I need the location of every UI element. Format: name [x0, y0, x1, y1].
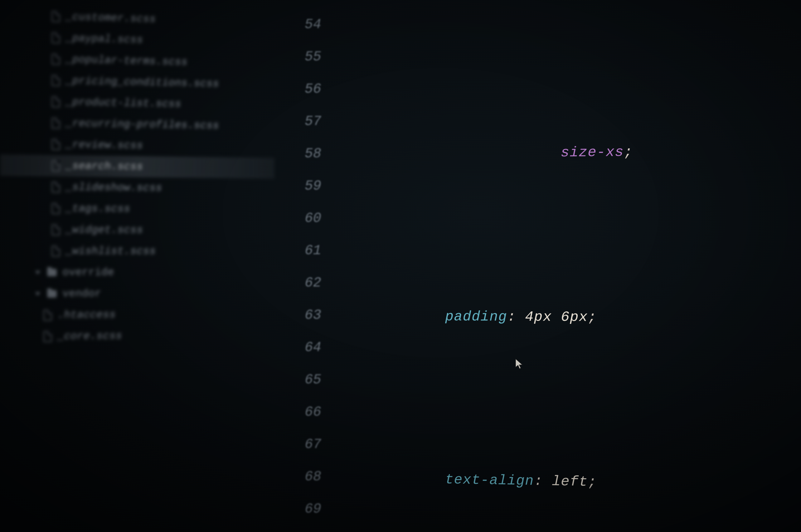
- file-explorer: _customer.scss_paypal.scss_popular-terms…: [0, 0, 274, 532]
- file-item[interactable]: _recurring-profiles.scss: [0, 112, 274, 137]
- file-name: _popular-terms.scss: [66, 53, 187, 68]
- line-number: 55: [305, 41, 330, 73]
- token-keyword: size-xs: [561, 144, 624, 161]
- line-number: 63: [305, 299, 330, 331]
- file-icon: [52, 246, 60, 256]
- token-punct: ;: [588, 309, 597, 325]
- line-number: 66: [305, 396, 330, 428]
- line-number: 54: [305, 8, 330, 41]
- folder-name: override: [62, 266, 114, 279]
- code-line: size-xs;: [354, 100, 801, 138]
- file-icon: [52, 96, 60, 107]
- token-punct: :: [534, 473, 543, 489]
- file-item[interactable]: _core.scss: [0, 324, 274, 347]
- file-name: .htaccess: [58, 309, 116, 321]
- code-line: text-align: left;: [354, 430, 801, 469]
- file-item[interactable]: _tags.scss: [0, 197, 274, 220]
- file-icon: [52, 224, 60, 235]
- token-property: text-align: [445, 472, 534, 489]
- line-number: 56: [305, 73, 330, 105]
- file-icon: [52, 203, 60, 214]
- line-number-gutter: 54555657585960616263646566676869: [284, 0, 330, 532]
- line-number: 69: [305, 493, 330, 525]
- file-item[interactable]: _widget.scss: [0, 219, 274, 241]
- token-value: 4px 6px: [525, 309, 588, 325]
- folder-item[interactable]: vendor: [0, 283, 274, 305]
- file-name: _widget.scss: [66, 224, 143, 236]
- file-name: _wishlist.scss: [66, 245, 156, 258]
- line-number: 67: [305, 428, 330, 460]
- file-icon: [52, 32, 60, 43]
- file-name: _product-list.scss: [66, 96, 181, 110]
- file-name: _search.scss: [66, 160, 143, 173]
- line-number: 68: [305, 460, 330, 493]
- file-icon: [52, 118, 60, 129]
- file-name: _recurring-profiles.scss: [66, 117, 219, 132]
- file-item[interactable]: .htaccess: [0, 303, 274, 326]
- file-icon: [52, 160, 60, 171]
- file-name: _slideshow.scss: [66, 181, 162, 194]
- chevron-down-icon: [35, 292, 40, 296]
- code-editor[interactable]: size-xs; padding: 4px 6px; text-align: l…: [330, 0, 801, 532]
- line-number: 58: [305, 137, 330, 170]
- file-icon: [43, 331, 52, 342]
- token-punct: ;: [588, 474, 597, 490]
- file-name: _tags.scss: [66, 202, 130, 215]
- folder-icon: [47, 269, 56, 276]
- file-icon: [43, 310, 52, 321]
- line-number: 60: [305, 202, 330, 234]
- file-item[interactable]: _wishlist.scss: [0, 240, 274, 262]
- chevron-down-icon: [35, 271, 40, 274]
- line-number: 59: [305, 170, 330, 202]
- token-property: padding: [445, 309, 507, 325]
- file-icon: [52, 54, 60, 64]
- file-name: _paypal.scss: [66, 32, 143, 46]
- file-icon: [52, 139, 60, 150]
- folder-name: vendor: [62, 288, 101, 300]
- file-name: _customer.scss: [66, 11, 156, 25]
- file-icon: [52, 182, 60, 193]
- folder-icon: [47, 290, 56, 298]
- folder-item[interactable]: override: [0, 262, 274, 283]
- code-line: padding: 4px 6px;: [354, 268, 801, 301]
- file-icon: [52, 11, 60, 22]
- file-name: _pricing_conditions.scss: [66, 75, 219, 90]
- line-number: 57: [305, 105, 330, 137]
- editor-app: _customer.scss_paypal.scss_popular-terms…: [0, 0, 801, 532]
- file-name: _core.scss: [58, 330, 122, 343]
- token-value: left: [552, 473, 588, 490]
- line-number: 61: [305, 234, 330, 267]
- token-punct: ;: [624, 144, 633, 160]
- line-number: 64: [305, 331, 330, 364]
- line-number: 62: [305, 267, 330, 299]
- file-icon: [52, 75, 60, 86]
- line-number: 65: [305, 364, 330, 396]
- token-punct: :: [507, 309, 516, 325]
- file-name: _review.scss: [66, 138, 143, 152]
- file-item[interactable]: _review.scss: [0, 133, 274, 158]
- file-item[interactable]: _search.scss: [0, 154, 274, 178]
- file-item[interactable]: _slideshow.scss: [0, 176, 274, 200]
